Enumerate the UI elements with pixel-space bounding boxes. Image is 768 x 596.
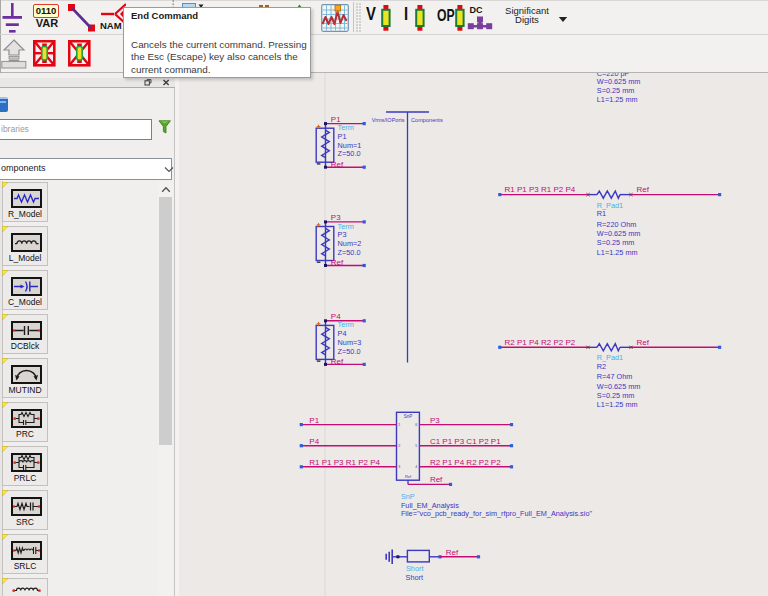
svg-text:Num=2: Num=2 — [338, 239, 362, 248]
svg-text:R2 P1 P4 R2 P2 P2: R2 P1 P4 R2 P2 P2 — [430, 458, 501, 467]
svg-text:Ref: Ref — [405, 474, 412, 479]
svg-text:L1=1.25 mm: L1=1.25 mm — [597, 95, 638, 104]
svg-text:Ref: Ref — [430, 475, 443, 484]
svg-text:Term: Term — [338, 320, 354, 329]
svg-text:2: 2 — [398, 444, 400, 448]
svg-text:Z=50.0: Z=50.0 — [338, 347, 361, 356]
svg-text:Short: Short — [406, 573, 423, 582]
svg-text:R_Pad1: R_Pad1 — [597, 353, 623, 362]
svg-text:6: 6 — [415, 423, 417, 427]
svg-text:Ref: Ref — [331, 160, 344, 169]
svg-text:5: 5 — [415, 444, 417, 448]
svg-text:Components: Components — [411, 117, 443, 123]
svg-text:Ref: Ref — [446, 548, 459, 557]
svg-text:W=0.625 mm: W=0.625 mm — [597, 77, 641, 86]
svg-text:P1: P1 — [309, 416, 319, 425]
svg-text:L1=1.25 mm: L1=1.25 mm — [597, 248, 638, 257]
svg-text:Ref: Ref — [331, 357, 344, 366]
svg-text:R1 P1 P3 R1 P2 P4: R1 P1 P3 R1 P2 P4 — [505, 185, 576, 194]
svg-text:R1 P1 P3 R1 P2 P4: R1 P1 P3 R1 P2 P4 — [309, 458, 380, 467]
svg-text:P4: P4 — [338, 329, 347, 338]
svg-text:Num=1: Num=1 — [338, 141, 362, 150]
svg-text:P1: P1 — [338, 132, 347, 141]
svg-text:Term: Term — [338, 222, 354, 231]
svg-text:3: 3 — [398, 465, 400, 469]
svg-text:DC: DC — [470, 5, 483, 15]
svg-text:P3: P3 — [338, 230, 347, 239]
svg-text:P4: P4 — [309, 437, 319, 446]
svg-text:R_Pad1: R_Pad1 — [597, 201, 623, 210]
svg-text:File="vco_pcb_ready_for_sim_rf: File="vco_pcb_ready_for_sim_rfpro_Full_E… — [401, 509, 593, 518]
svg-text:1: 1 — [398, 423, 400, 427]
svg-text:S=0.25 mm: S=0.25 mm — [597, 391, 635, 400]
svg-text:Num=3: Num=3 — [338, 338, 362, 347]
svg-text:Ref: Ref — [637, 338, 650, 347]
svg-text:C1 P1 P3 C1 P2 P1: C1 P1 P3 C1 P2 P1 — [430, 437, 501, 446]
svg-text:Z=50.0: Z=50.0 — [338, 248, 361, 257]
svg-text:4: 4 — [415, 465, 417, 469]
svg-text:R=47 Ohm: R=47 Ohm — [597, 372, 633, 381]
svg-text:R1: R1 — [597, 209, 606, 218]
svg-text:Term: Term — [338, 123, 354, 132]
svg-text:W=0.625 mm: W=0.625 mm — [597, 382, 641, 391]
svg-text:R2: R2 — [597, 362, 606, 371]
svg-text:Ref: Ref — [331, 258, 344, 267]
svg-text:S=0.25 mm: S=0.25 mm — [597, 238, 635, 247]
svg-text:P3: P3 — [430, 416, 440, 425]
svg-text:R2 P1 P4 R2 P2 P2: R2 P1 P4 R2 P2 P2 — [505, 338, 576, 347]
svg-text:SnP: SnP — [401, 492, 415, 501]
svg-text:R=220 Ohm: R=220 Ohm — [597, 220, 637, 229]
svg-text:L1=1.25 mm: L1=1.25 mm — [597, 400, 638, 409]
svg-text:W=0.625 mm: W=0.625 mm — [597, 229, 641, 238]
svg-text:Ref: Ref — [637, 185, 650, 194]
svg-text:Z=50.0: Z=50.0 — [338, 149, 361, 158]
svg-text:SnP: SnP — [404, 414, 413, 419]
svg-text:S=0.25 mm: S=0.25 mm — [597, 86, 635, 95]
svg-text:Vrms/IOPorts: Vrms/IOPorts — [372, 117, 405, 123]
